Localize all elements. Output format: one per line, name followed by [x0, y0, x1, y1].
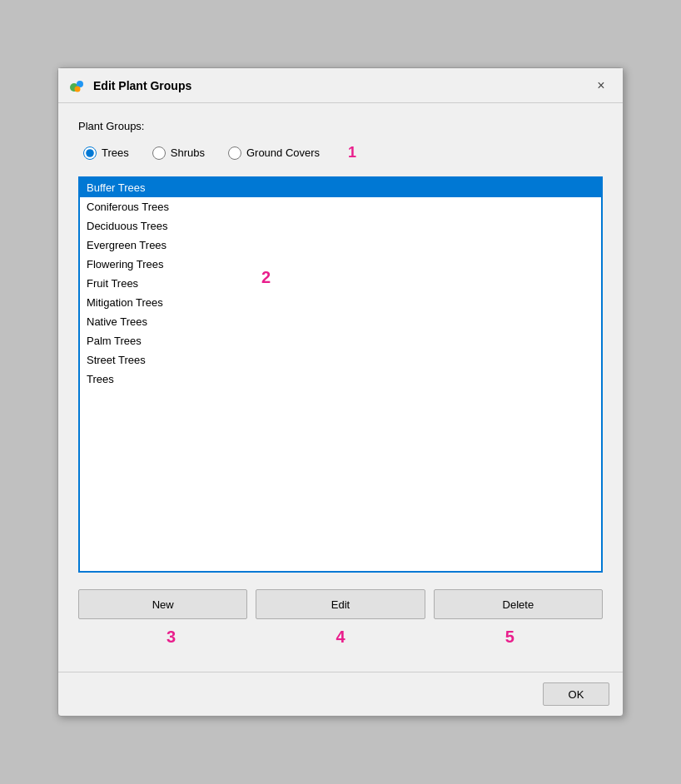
list-item[interactable]: Trees — [80, 370, 601, 389]
list-item[interactable]: Buffer Trees — [80, 178, 601, 197]
annotations-row: 3 4 5 — [78, 628, 603, 647]
close-button[interactable]: × — [589, 74, 613, 97]
annotation-3: 3 — [167, 628, 176, 647]
list-item[interactable]: Fruit Trees — [80, 274, 601, 293]
list-item[interactable]: Street Trees — [80, 350, 601, 370]
list-item[interactable]: Deciduous Trees — [80, 216, 601, 236]
radio-group: Trees Shrubs Ground Covers 1 — [78, 144, 603, 161]
svg-point-2 — [75, 86, 81, 92]
radio-shrubs-label: Shrubs — [171, 146, 205, 159]
radio-trees-label: Trees — [102, 146, 129, 159]
radio-groundcovers-input[interactable] — [228, 146, 241, 160]
title-bar-left: Edit Plant Groups — [68, 77, 191, 95]
radio-groundcovers[interactable]: Ground Covers — [228, 146, 320, 160]
list-item[interactable]: Palm Trees — [80, 331, 601, 350]
list-item[interactable]: Mitigation Trees — [80, 293, 601, 312]
dialog-content: Plant Groups: Trees Shrubs Ground Covers… — [58, 103, 623, 672]
radio-trees-input[interactable] — [83, 146, 97, 160]
edit-button[interactable]: Edit — [256, 589, 425, 619]
delete-button[interactable]: Delete — [434, 589, 603, 619]
annotation-1: 1 — [348, 144, 356, 161]
list-item[interactable]: Coniferous Trees — [80, 197, 601, 216]
list-item[interactable]: Native Trees — [80, 312, 601, 331]
dialog-footer: OK — [58, 672, 623, 716]
radio-groundcovers-label: Ground Covers — [246, 146, 320, 159]
dialog-window: Edit Plant Groups × Plant Groups: Trees … — [57, 67, 624, 717]
plant-group-list[interactable]: Buffer TreesConiferous TreesDeciduous Tr… — [78, 176, 603, 573]
new-button[interactable]: New — [78, 589, 247, 619]
section-label: Plant Groups: — [78, 120, 603, 132]
dialog-title: Edit Plant Groups — [93, 79, 191, 92]
ok-button[interactable]: OK — [543, 682, 609, 706]
list-item[interactable]: Flowering Trees — [80, 255, 601, 274]
app-icon — [68, 77, 87, 95]
radio-shrubs-input[interactable] — [152, 146, 166, 160]
annotation-5: 5 — [505, 628, 514, 647]
title-bar: Edit Plant Groups × — [58, 68, 623, 103]
list-item[interactable]: Evergreen Trees — [80, 236, 601, 255]
annotation-2: 2 — [261, 268, 271, 287]
button-row: New Edit Delete — [78, 589, 603, 619]
radio-shrubs[interactable]: Shrubs — [152, 146, 205, 160]
radio-trees[interactable]: Trees — [83, 146, 129, 160]
annotation-4: 4 — [336, 628, 345, 647]
